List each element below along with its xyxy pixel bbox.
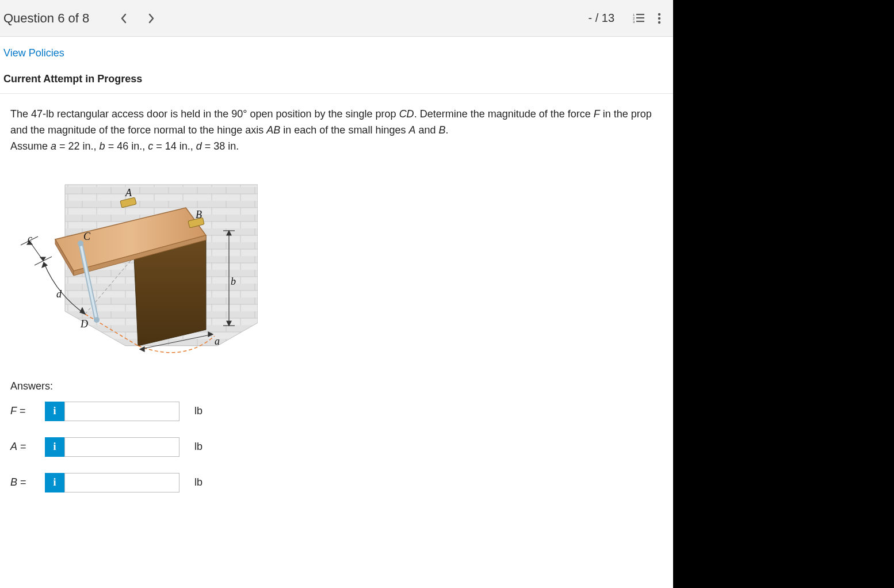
qtext-2: . Determine the magnitude of the force [414,108,594,120]
attempt-heading: Current Attempt in Progress [0,70,673,94]
svg-point-19 [78,240,83,246]
svg-point-8 [658,21,660,23]
chevron-right-icon [147,13,155,24]
question-nav [112,7,163,30]
qtext-b: B [439,124,446,136]
answer-unit-A: lb [194,441,203,453]
answers-block: F = i lb A = i lb B = i lb [0,398,673,512]
svg-rect-3 [636,17,644,18]
svg-marker-34 [140,347,144,352]
svg-rect-5 [636,21,644,22]
next-question-button[interactable] [140,7,163,30]
assume-b-val: = 46 in., [105,140,148,152]
svg-point-7 [658,17,660,19]
qtext-4: in each of the small hinges [280,124,408,136]
more-menu-button[interactable] [649,8,670,29]
assume-a-val: = 22 in., [56,140,100,152]
list-icon: 1 2 3 [633,13,644,24]
question-text: The 47-lb rectangular access door is hel… [0,94,673,167]
info-icon: i [53,441,56,453]
info-icon: i [53,405,56,417]
answer-unit-B: lb [194,476,203,488]
info-button-B[interactable]: i [45,473,64,492]
answer-row-A: A = i lb [10,437,663,457]
fig-label-c: c [28,233,32,245]
assume-a: a [51,140,56,152]
answer-input-A[interactable] [64,437,179,457]
door-figure: A B C D a b c d [10,173,258,363]
figure-container: A B C D a b c d [0,167,673,369]
list-menu-button[interactable]: 1 2 3 [628,8,649,29]
chevron-left-icon [120,13,128,24]
assume-c-val: = 14 in., [153,140,196,152]
info-button-F[interactable]: i [45,402,64,421]
answer-row-F: F = i lb [10,402,663,421]
info-button-A[interactable]: i [45,437,64,457]
score-display: - / 13 [588,12,614,25]
qtext-f: F [594,108,600,120]
answer-row-B: B = i lb [10,473,663,492]
qtext-6: . [446,124,449,136]
svg-marker-26 [42,262,47,268]
answers-heading: Answers: [0,369,673,398]
svg-point-20 [94,317,100,323]
assume-b: b [100,140,105,152]
qtext-cd: CD [399,108,414,120]
view-policies-link[interactable]: View Policies [3,47,64,59]
fig-label-b: b [231,276,236,288]
answer-label-A: A = [10,441,45,453]
answer-input-B[interactable] [64,473,179,492]
svg-rect-1 [636,14,644,15]
qtext-5: and [415,124,438,136]
answer-label-B: B = [10,476,45,488]
assume-d-val: = 38 in. [202,140,239,152]
door-figure-svg [10,173,258,363]
answer-label-F: F = [10,405,45,417]
assume-c: c [148,140,153,152]
fig-label-B: B [196,209,202,221]
fig-label-d: d [56,288,62,300]
svg-text:3: 3 [633,20,635,24]
fig-label-D: D [81,318,88,330]
answer-input-F[interactable] [64,402,179,421]
page: Question 6 of 8 - / 13 1 2 3 View Polici [0,0,673,588]
question-header: Question 6 of 8 - / 13 1 2 3 [0,0,673,37]
info-icon: i [53,476,56,488]
fig-label-A: A [125,187,132,199]
answer-unit-F: lb [194,405,203,417]
policies-row: View Policies [0,37,673,70]
qtext-1: The 47-lb rectangular access door is hel… [10,108,399,120]
fig-label-C: C [83,231,90,243]
svg-point-6 [658,13,660,15]
fig-label-a: a [215,335,220,348]
qtext-ab: AB [266,124,280,136]
question-title: Question 6 of 8 [3,11,89,26]
assume-prefix: Assume [10,140,51,152]
qtext-a: A [408,124,415,136]
assume-d: d [196,140,202,152]
prev-question-button[interactable] [112,7,135,30]
kebab-icon [658,13,661,24]
